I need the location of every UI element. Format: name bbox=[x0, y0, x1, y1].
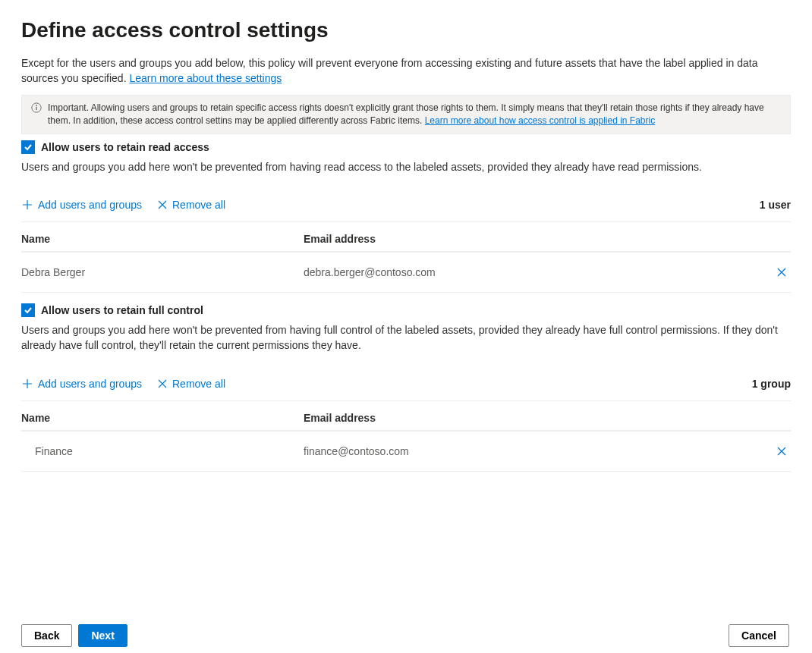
read-add-users-button[interactable]: Add users and groups bbox=[21, 196, 142, 214]
read-count-label: 1 user bbox=[760, 199, 791, 211]
read-access-checkbox-row: Allow users to retain read access bbox=[21, 140, 791, 154]
banner-link[interactable]: Learn more about how access control is a… bbox=[425, 115, 656, 126]
info-icon bbox=[31, 102, 42, 113]
row-name: Finance bbox=[21, 445, 304, 457]
full-col-name: Name bbox=[21, 412, 304, 424]
full-toolbar: Add users and groups Remove all 1 group bbox=[21, 372, 791, 401]
remove-row-button[interactable] bbox=[773, 263, 791, 281]
read-col-name: Name bbox=[21, 233, 304, 245]
plus-icon bbox=[21, 378, 33, 390]
row-name: Debra Berger bbox=[21, 266, 304, 278]
page-title: Define access control settings bbox=[21, 18, 791, 42]
read-add-label: Add users and groups bbox=[38, 199, 142, 211]
cancel-button[interactable]: Cancel bbox=[729, 624, 789, 647]
checkmark-icon bbox=[24, 306, 33, 315]
full-col-email: Email address bbox=[304, 412, 760, 424]
x-icon bbox=[157, 378, 168, 389]
read-toolbar: Add users and groups Remove all 1 user bbox=[21, 193, 791, 222]
read-access-label: Allow users to retain read access bbox=[41, 141, 209, 153]
table-row: Finance finance@contoso.com bbox=[21, 432, 791, 472]
x-icon bbox=[776, 266, 788, 278]
checkmark-icon bbox=[24, 143, 33, 152]
full-control-checkbox-row: Allow users to retain full control bbox=[21, 303, 791, 317]
intro-paragraph: Except for the users and groups you add … bbox=[21, 56, 791, 86]
svg-point-1 bbox=[36, 105, 37, 106]
read-remove-all-button[interactable]: Remove all bbox=[157, 196, 225, 214]
next-button[interactable]: Next bbox=[78, 624, 127, 647]
read-remove-all-label: Remove all bbox=[172, 199, 225, 211]
full-table-header: Name Email address bbox=[21, 401, 791, 432]
banner-body: Allowing users and groups to retain spec… bbox=[48, 102, 764, 126]
svg-rect-2 bbox=[36, 107, 36, 110]
footer: Back Next Cancel bbox=[21, 624, 795, 647]
table-row: Debra Berger debra.berger@contoso.com bbox=[21, 253, 791, 293]
read-access-checkbox[interactable] bbox=[21, 140, 35, 154]
learn-more-link[interactable]: Learn more about these settings bbox=[129, 72, 282, 84]
read-col-email: Email address bbox=[304, 233, 760, 245]
full-control-description: Users and groups you add here won't be p… bbox=[21, 323, 791, 353]
read-table-header: Name Email address bbox=[21, 222, 791, 253]
row-email: debra.berger@contoso.com bbox=[304, 266, 760, 278]
full-add-users-button[interactable]: Add users and groups bbox=[21, 375, 142, 393]
info-banner: Important. Allowing users and groups to … bbox=[21, 95, 791, 134]
full-remove-all-button[interactable]: Remove all bbox=[157, 375, 225, 393]
remove-row-button[interactable] bbox=[773, 442, 791, 460]
back-button[interactable]: Back bbox=[21, 624, 72, 647]
x-icon bbox=[776, 445, 788, 457]
full-control-checkbox[interactable] bbox=[21, 303, 35, 317]
full-remove-all-label: Remove all bbox=[172, 378, 225, 390]
full-count-label: 1 group bbox=[752, 378, 791, 390]
row-email: finance@contoso.com bbox=[304, 445, 760, 457]
read-access-description: Users and groups you add here won't be p… bbox=[21, 160, 791, 175]
full-add-label: Add users and groups bbox=[38, 378, 142, 390]
x-icon bbox=[157, 199, 168, 210]
full-control-label: Allow users to retain full control bbox=[41, 304, 203, 316]
banner-prefix: Important. bbox=[48, 102, 91, 113]
plus-icon bbox=[21, 199, 33, 211]
